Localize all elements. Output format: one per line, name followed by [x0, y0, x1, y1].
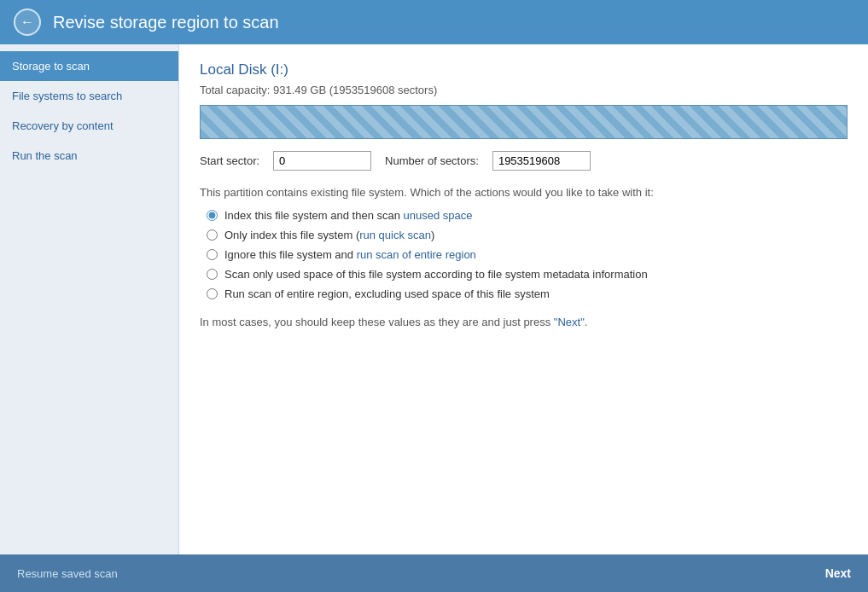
- radio-input-1[interactable]: [207, 210, 218, 221]
- radio-option-2[interactable]: Only index this file system (run quick s…: [207, 229, 848, 241]
- sidebar-item-recovery-content[interactable]: Recovery by content: [0, 111, 178, 141]
- radio-input-5[interactable]: [207, 288, 218, 299]
- main-area: Storage to scan File systems to search R…: [0, 44, 868, 554]
- content-area: Local Disk (I:) Total capacity: 931.49 G…: [179, 44, 868, 554]
- disk-title: Local Disk (I:): [200, 61, 848, 78]
- sidebar-item-file-systems[interactable]: File systems to search: [0, 81, 178, 111]
- radio-group: Index this file system and then scan unu…: [200, 209, 848, 300]
- back-button[interactable]: ←: [14, 9, 41, 36]
- hint-plain: In most cases, you should keep these val…: [200, 316, 554, 328]
- radio-option-1[interactable]: Index this file system and then scan unu…: [207, 209, 848, 222]
- radio-label-2: Only index this file system (run quick s…: [224, 229, 434, 241]
- start-sector-input[interactable]: [273, 151, 371, 171]
- hint-link: "Next": [554, 316, 585, 328]
- next-button[interactable]: Next: [825, 566, 851, 580]
- resume-saved-scan[interactable]: Resume saved scan: [17, 567, 118, 580]
- partition-note: This partition contains existing file sy…: [200, 186, 848, 199]
- radio-label-4: Scan only used space of this file system…: [224, 268, 648, 281]
- sidebar: Storage to scan File systems to search R…: [0, 44, 179, 554]
- page-title: Revise storage region to scan: [53, 13, 279, 32]
- hint-text: In most cases, you should keep these val…: [200, 316, 848, 328]
- header: ← Revise storage region to scan: [0, 0, 868, 44]
- radio-input-4[interactable]: [207, 269, 218, 280]
- radio-option-3[interactable]: Ignore this file system and run scan of …: [207, 248, 848, 261]
- capacity-bar: [200, 105, 848, 139]
- num-sectors-label: Number of sectors:: [385, 154, 479, 167]
- back-icon: ←: [20, 15, 34, 30]
- radio-input-3[interactable]: [207, 249, 218, 260]
- radio-option-5[interactable]: Run scan of entire region, excluding use…: [207, 287, 848, 300]
- partition-note-text: This partition contains existing file sy…: [200, 186, 654, 199]
- sector-row: Start sector: Number of sectors:: [200, 151, 848, 171]
- radio-input-2[interactable]: [207, 229, 218, 241]
- radio-label-5: Run scan of entire region, excluding use…: [224, 287, 550, 300]
- start-sector-label: Start sector:: [200, 154, 259, 167]
- radio-label-1: Index this file system and then scan unu…: [224, 209, 473, 222]
- hint-after: .: [585, 316, 588, 328]
- num-sectors-input[interactable]: [492, 151, 591, 171]
- footer: Resume saved scan Next: [0, 554, 868, 592]
- capacity-text: Total capacity: 931.49 GB (1953519608 se…: [200, 84, 848, 96]
- sidebar-item-storage-to-scan[interactable]: Storage to scan: [0, 51, 178, 81]
- radio-label-3: Ignore this file system and run scan of …: [224, 248, 476, 261]
- radio-option-4[interactable]: Scan only used space of this file system…: [207, 268, 848, 281]
- sidebar-item-run-scan[interactable]: Run the scan: [0, 141, 178, 171]
